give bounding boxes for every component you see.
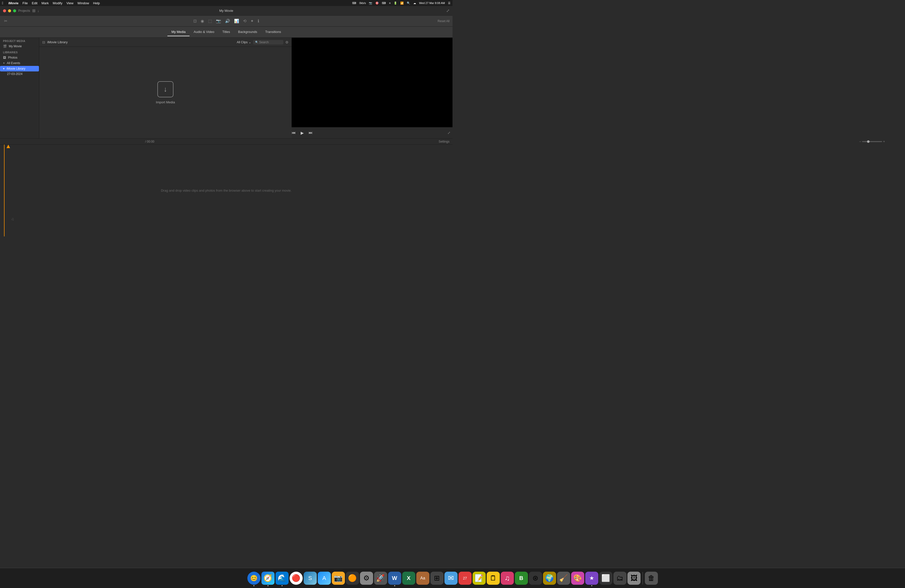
back-chevron[interactable]: ‹ xyxy=(15,9,16,13)
library-icon: ▾ xyxy=(3,67,5,70)
tab-audio-video[interactable]: Audio & Video xyxy=(189,28,218,36)
traffic-lights xyxy=(3,9,16,12)
menu-help[interactable]: Help xyxy=(93,1,100,5)
screenshot-icon: 📷 xyxy=(369,2,372,5)
timeline: / 00:00 − + Settings Drag and drop video… xyxy=(0,138,452,237)
fullscreen-icon[interactable]: ⤢ xyxy=(446,8,449,13)
datetime[interactable]: Wed 27 Mar 8:08 AM xyxy=(419,2,445,5)
minimize-button[interactable] xyxy=(8,9,11,12)
media-browser-content: ↓ Import Media xyxy=(39,47,292,138)
stabilize-icon[interactable]: ⟲ xyxy=(242,17,248,24)
menu-window[interactable]: Window xyxy=(78,1,89,5)
menubar-right: ⌨ 0kb/s 📷 🎯 ⌨ ≡ 🔋 📶 🔍 ☁ Wed 27 Mar 8:08 … xyxy=(352,2,451,5)
timeline-body: Drag and drop video clips and photos fro… xyxy=(0,145,452,237)
tab-titles[interactable]: Titles xyxy=(218,28,234,36)
scissors-icon[interactable]: ✂ xyxy=(3,17,8,24)
timeline-playhead xyxy=(4,145,5,237)
sidebar-item-photos[interactable]: 🖼 Photos xyxy=(0,55,39,60)
keyboard-icon: ⌨ xyxy=(382,2,386,5)
search-menubar-icon[interactable]: 🔍 xyxy=(407,2,410,5)
battery-icon: 🔋 xyxy=(394,2,397,5)
color-icon[interactable]: ◉ xyxy=(200,17,205,24)
sidebar-item-my-movie[interactable]: 🎬 My Movie xyxy=(0,43,39,49)
libraries-label: LIBRARIES xyxy=(0,49,39,55)
settings-gear-icon[interactable]: ⚙ xyxy=(285,40,289,44)
preview-controls: ⏮ ▶ ⏭ ⤢ xyxy=(292,127,452,138)
timeline-header: / 00:00 − + Settings xyxy=(0,138,452,145)
menu-mark[interactable]: Mark xyxy=(41,1,49,5)
menu-modify[interactable]: Modify xyxy=(53,1,62,5)
menu-file[interactable]: File xyxy=(23,1,28,5)
sidebar-item-all-events[interactable]: + All Events xyxy=(0,60,39,66)
titlebar-right: ⤢ xyxy=(446,8,449,13)
timeline-time: / 00:00 xyxy=(145,140,154,143)
projects-link[interactable]: Projects xyxy=(18,9,30,13)
info-icon[interactable]: ℹ xyxy=(257,17,260,24)
network-speed: ⌨ xyxy=(352,2,356,5)
menu-view[interactable]: View xyxy=(67,1,73,5)
library-title: iMovie Library xyxy=(47,40,68,44)
project-media-label: PROJECT MEDIA xyxy=(0,38,39,43)
titlebar: ‹ Projects ⊞ ↓ My Movie ⤢ xyxy=(0,6,452,16)
add-project-icon[interactable]: ⊞ xyxy=(32,8,35,13)
sidebar: PROJECT MEDIA 🎬 My Movie LIBRARIES 🖼 Pho… xyxy=(0,38,39,138)
catcher-icon: 🎯 xyxy=(375,2,379,5)
photos-icon: 🖼 xyxy=(3,56,6,59)
crop-icon[interactable]: ⊡ xyxy=(192,17,198,24)
search-box: 🔍 xyxy=(253,40,283,44)
preview-video xyxy=(292,38,452,127)
main-layout: PROJECT MEDIA 🎬 My Movie LIBRARIES 🖼 Pho… xyxy=(0,38,452,138)
import-arrow-icon: ↓ xyxy=(164,85,167,93)
sidebar-toggle-icon[interactable]: ⊟ xyxy=(42,40,45,44)
preview-fullscreen-icon[interactable]: ⤢ xyxy=(448,131,451,135)
chevron-down-icon: ⌄ xyxy=(249,40,251,44)
media-browser-header: ⊟ iMovie Library All Clips ⌄ 🔍 ⚙ xyxy=(39,38,292,47)
notification-icon[interactable]: ☰ xyxy=(448,2,451,5)
sidebar-item-imovie-library[interactable]: ▾ iMovie Library xyxy=(0,66,39,72)
effect-icon[interactable]: ✦ xyxy=(249,17,255,24)
tab-transitions[interactable]: Transitions xyxy=(261,28,285,36)
window-title: My Movie xyxy=(219,9,233,13)
search-input[interactable] xyxy=(259,40,282,44)
skip-forward-button[interactable]: ⏭ xyxy=(309,130,313,135)
crop2-icon[interactable]: ⬚ xyxy=(207,17,213,24)
wifi-icon: 📶 xyxy=(400,2,404,5)
media-browser: ⊟ iMovie Library All Clips ⌄ 🔍 ⚙ ↓ Impor… xyxy=(39,38,292,138)
download-icon[interactable]: ↓ xyxy=(38,9,39,13)
import-icon-wrapper[interactable]: ↓ xyxy=(157,81,173,97)
all-events-icon: + xyxy=(3,61,5,65)
all-clips-select[interactable]: All Clips ⌄ xyxy=(237,40,251,44)
audio-icon[interactable]: 🔊 xyxy=(224,17,231,24)
app-name[interactable]: iMovie xyxy=(8,1,18,5)
play-button[interactable]: ▶ xyxy=(301,130,304,135)
viewer-toolbar: ✂ ⊡ ◉ ⬚ 📷 🔊 📊 ⟲ ✦ ℹ Reset All xyxy=(0,16,452,27)
titlebar-left: ‹ Projects ⊞ ↓ xyxy=(15,8,39,13)
menubar:  iMovie File Edit Mark Modify View Wind… xyxy=(0,0,452,6)
audio-waveform-icon: ♫ xyxy=(11,217,14,221)
tab-my-media[interactable]: My Media xyxy=(167,28,189,36)
network-kb: 0kb/s xyxy=(359,2,366,5)
tab-backgrounds[interactable]: Backgrounds xyxy=(234,28,261,36)
playhead-indicator xyxy=(6,145,10,148)
close-button[interactable] xyxy=(3,9,6,12)
apple-menu[interactable]:  xyxy=(2,1,3,5)
more-icon[interactable]: ≡ xyxy=(389,2,391,5)
search-icon: 🔍 xyxy=(255,41,258,43)
timeline-hint: Drag and drop video clips and photos fro… xyxy=(161,189,292,192)
menu-edit[interactable]: Edit xyxy=(32,1,38,5)
reset-all-button[interactable]: Reset All xyxy=(438,19,449,23)
camera-icon[interactable]: 📷 xyxy=(215,17,222,24)
import-label[interactable]: Import Media xyxy=(156,100,175,104)
chart-icon[interactable]: 📊 xyxy=(233,17,240,24)
content-tabs: My Media Audio & Video Titles Background… xyxy=(0,27,452,38)
media-browser-controls: All Clips ⌄ 🔍 ⚙ xyxy=(237,40,289,44)
preview-panel: ⏮ ▶ ⏭ ⤢ xyxy=(292,38,452,138)
settings-label[interactable]: Settings xyxy=(439,140,449,143)
skip-back-button[interactable]: ⏮ xyxy=(292,130,295,135)
sidebar-item-date[interactable]: 27-03-2024 xyxy=(0,72,39,76)
siri-icon[interactable]: ☁ xyxy=(413,2,416,5)
film-icon: 🎬 xyxy=(3,44,7,48)
